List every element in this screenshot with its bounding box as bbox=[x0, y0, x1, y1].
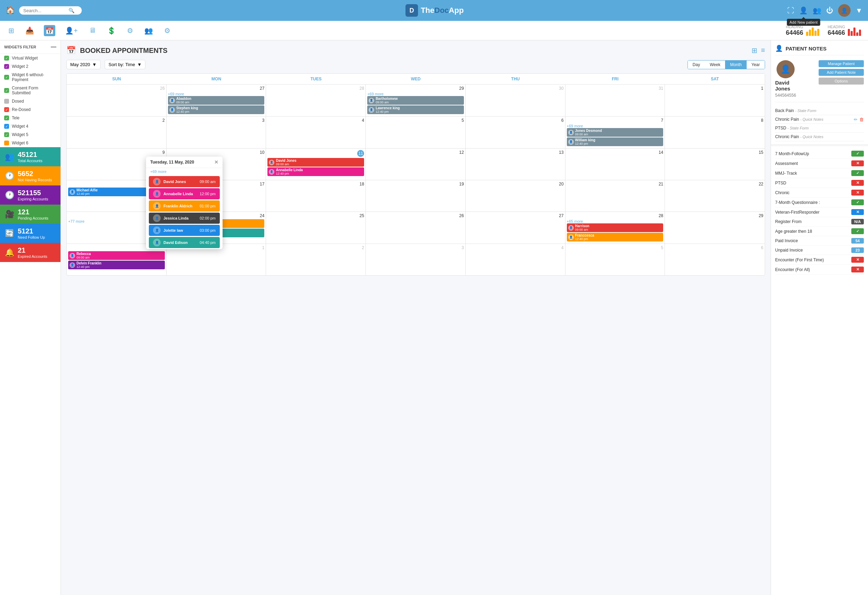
grid-icon[interactable]: ⊞ bbox=[7, 25, 16, 36]
calendar-cell[interactable]: 4 bbox=[266, 117, 366, 148]
calendar-event[interactable]: 👤 David Jones09:00 am bbox=[267, 158, 364, 167]
calendar-event[interactable]: 👤 Harrison09:00 am bbox=[567, 223, 664, 232]
dollar-icon[interactable]: 💲 bbox=[106, 25, 117, 36]
calendar-cell[interactable]: 22 bbox=[665, 180, 765, 212]
cog-icon[interactable]: ⚙ bbox=[163, 25, 172, 36]
calendar-cell[interactable]: 12 bbox=[366, 149, 466, 180]
manage-patient-btn[interactable]: Manage Patient bbox=[819, 60, 864, 67]
add-patient-note-btn[interactable]: Add Patient Note bbox=[819, 69, 864, 76]
calendar-event[interactable]: 👤 Jones Desmond09:00 am bbox=[567, 128, 664, 137]
month-select[interactable]: May 2020 ▼ bbox=[66, 60, 100, 69]
calendar-event[interactable]: 👤 Franccesca12:40 pm bbox=[567, 233, 664, 241]
calendar-cell[interactable]: 27 bbox=[466, 212, 565, 244]
view-btn-day[interactable]: Day bbox=[688, 61, 705, 69]
calendar-cell[interactable]: 25 bbox=[266, 212, 366, 244]
note-edit-icon[interactable]: ✏ bbox=[854, 117, 858, 122]
view-btn-month[interactable]: Month bbox=[725, 61, 746, 69]
popup-event[interactable]: 👤 Jolette law 03:00 pm bbox=[149, 225, 220, 236]
stat-card[interactable]: 🕐521155Expiring Accounts bbox=[0, 185, 61, 204]
filter-dash-icon[interactable]: — bbox=[51, 44, 56, 50]
group-icon[interactable]: 👥 bbox=[813, 6, 821, 15]
calendar-cell[interactable]: 1 bbox=[665, 84, 765, 116]
popup-close-button[interactable]: ✕ bbox=[214, 159, 218, 165]
popup-more-link[interactable]: +69 more bbox=[146, 168, 223, 175]
calendar-cell[interactable]: 7+69 more 👤 Jones Desmond09:00 am 👤 Will… bbox=[565, 117, 665, 148]
more-events-link[interactable]: +65 more bbox=[567, 219, 664, 223]
calendar-cell[interactable]: 2 bbox=[266, 244, 366, 275]
options-btn[interactable]: Options bbox=[819, 78, 864, 84]
stat-card[interactable]: 🔔21Expired Accounts bbox=[0, 243, 61, 262]
search-input[interactable] bbox=[23, 8, 68, 13]
dropdown-chevron-icon[interactable]: ▼ bbox=[855, 7, 862, 15]
stat-card[interactable]: 👥45121Total Accounts bbox=[0, 147, 61, 166]
view-btn-year[interactable]: Year bbox=[747, 61, 765, 69]
calendar-event[interactable]: 👤 Bartholomew09:00 am bbox=[367, 96, 464, 105]
stat-card[interactable]: 🕐5652Not Having Records bbox=[0, 166, 61, 185]
add-patient-icon[interactable]: 👤 bbox=[799, 7, 808, 14]
widget-item[interactable]: ✓Tele bbox=[0, 114, 61, 122]
calendar-cell[interactable]: 6 bbox=[466, 117, 565, 148]
calendar-cell[interactable]: 14 bbox=[565, 149, 665, 180]
calendar-cell[interactable]: 31 bbox=[565, 84, 665, 116]
calendar-cell[interactable]: 20 bbox=[466, 180, 565, 212]
calendar-cell[interactable]: 29 bbox=[665, 212, 765, 244]
calendar-cell[interactable]: 21 bbox=[565, 180, 665, 212]
settings-icon[interactable]: ⚙ bbox=[125, 25, 134, 36]
calendar-event[interactable]: 👤 Stephen king12:40 pm bbox=[168, 105, 265, 114]
calendar-cell[interactable]: 30 bbox=[466, 84, 565, 116]
calendar-event[interactable]: 👤 Annabelle Linda12:40 pm bbox=[267, 167, 364, 176]
note-delete-icon[interactable]: 🗑 bbox=[859, 117, 864, 122]
popup-event[interactable]: 👤 David Edison 04:40 pm bbox=[149, 237, 220, 248]
calendar-cell[interactable]: 5 bbox=[565, 244, 665, 275]
calendar-event[interactable]: 👤 Abaddon09:00 am bbox=[168, 96, 265, 105]
calendar-cell[interactable]: 15 bbox=[665, 149, 765, 180]
calendar-event[interactable]: 👤 Rebecca09:00 am bbox=[68, 251, 165, 260]
inbox-icon[interactable]: 📥 bbox=[24, 25, 35, 36]
widget-item[interactable]: Widget 6 bbox=[0, 139, 61, 147]
user-settings-icon[interactable]: 👤+ bbox=[63, 25, 79, 36]
calendar-cell[interactable]: 13 bbox=[466, 149, 565, 180]
calendar-cell[interactable]: 3 bbox=[167, 117, 266, 148]
widget-item[interactable]: ✓Widget 5 bbox=[0, 130, 61, 139]
home-icon[interactable]: 🏠 bbox=[6, 6, 15, 15]
popup-event[interactable]: 👤 Franklin Aldrich 01:00 pm bbox=[149, 200, 220, 212]
more-events-link[interactable]: +69 more bbox=[567, 124, 664, 128]
calendar-cell[interactable]: 27+69 more 👤 Abaddon09:00 am 👤 Stephen k… bbox=[167, 84, 266, 116]
calendar-cell[interactable]: 8 bbox=[665, 117, 765, 148]
popup-event[interactable]: 👤 Jessica Linda 02:00 pm bbox=[149, 213, 220, 224]
widget-item[interactable]: ✓Consent Form Submitted bbox=[0, 84, 61, 97]
widget-item[interactable]: ✓Widget 2 bbox=[0, 62, 61, 71]
calendar-cell[interactable]: 29+69 more 👤 Bartholomew09:00 am 👤 Lawre… bbox=[366, 84, 466, 116]
stat-card[interactable]: 🔄5121Need Follow Up bbox=[0, 224, 61, 243]
avatar[interactable]: 👤 bbox=[838, 4, 850, 17]
calendar-event[interactable]: 👤 Delvin Franklin12:40 pm bbox=[68, 260, 165, 269]
calendar-cell[interactable]: 4 bbox=[466, 244, 565, 275]
calendar-cell[interactable]: 28 bbox=[266, 84, 366, 116]
widget-item[interactable]: Dosed bbox=[0, 97, 61, 105]
list-view-icon[interactable]: ≡ bbox=[761, 46, 765, 55]
grid-view-icon[interactable]: ⊞ bbox=[751, 46, 757, 55]
widget-item[interactable]: ✓Virtual Widget bbox=[0, 54, 61, 62]
stat-card[interactable]: 🎥121Pending Accounts bbox=[0, 204, 61, 224]
popup-event[interactable]: 👤 David Jones 09:00 am bbox=[149, 176, 220, 187]
more-events-link[interactable]: +69 more bbox=[367, 92, 464, 96]
popup-event[interactable]: 👤 Annabelle Linda 12:00 pm bbox=[149, 188, 220, 199]
sort-select[interactable]: Sort by: Time ▼ bbox=[105, 60, 145, 69]
users-icon[interactable]: 👥 bbox=[143, 25, 154, 36]
expand-icon[interactable]: ⛶ bbox=[787, 7, 794, 15]
calendar-cell[interactable]: 11 👤 David Jones09:00 am 👤 Annabelle Lin… bbox=[266, 149, 366, 180]
calendar-cell[interactable]: 26 bbox=[366, 212, 466, 244]
calendar-event[interactable]: 👤 William king12:40 pm bbox=[567, 138, 664, 146]
calendar-event[interactable]: 👤 Lawrence king12:40 pm bbox=[367, 105, 464, 114]
power-icon[interactable]: ⏻ bbox=[826, 7, 833, 15]
widget-item[interactable]: ✓Widget 6 without-Payment bbox=[0, 71, 61, 84]
calendar-cell[interactable]: 5 bbox=[366, 117, 466, 148]
monitor-icon[interactable]: 🖥 bbox=[88, 25, 97, 36]
calendar-cell[interactable]: 6 bbox=[665, 244, 765, 275]
search-icon[interactable]: 🔍 bbox=[68, 7, 74, 13]
calendar-cell[interactable]: 19 bbox=[366, 180, 466, 212]
calendar-cell[interactable]: 2 bbox=[67, 117, 167, 148]
calendar-icon[interactable]: 📅 bbox=[44, 25, 55, 36]
calendar-cell[interactable]: 26 bbox=[67, 84, 167, 116]
more-events-link[interactable]: +69 more bbox=[168, 92, 265, 96]
